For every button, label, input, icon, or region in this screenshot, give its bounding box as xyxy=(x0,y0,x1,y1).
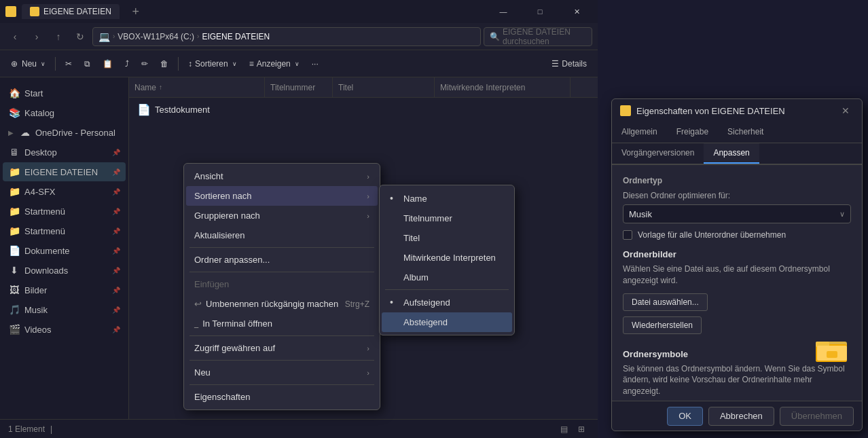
sidebar-item-eigene[interactable]: 📁 EIGENE DATEIEN xyxy=(3,162,126,181)
explorer-tab[interactable]: EIGENE DATEIEN xyxy=(22,4,120,19)
back-button[interactable]: ‹ xyxy=(5,27,24,46)
drive-icon: 💻 xyxy=(98,31,110,42)
sidebar-item-startmenu2[interactable]: 📁 Startmenü xyxy=(3,221,126,240)
sidebar-item-katalog[interactable]: 📚 Katalog xyxy=(3,103,126,122)
ctx-item-neu[interactable]: Neu › xyxy=(186,363,378,382)
more-button[interactable]: ··· xyxy=(306,54,324,74)
sidebar-item-desktop[interactable]: 🖥 Desktop xyxy=(3,143,126,162)
col-track-label: Titelnummer xyxy=(270,83,315,92)
maximize-button[interactable]: □ xyxy=(524,0,556,23)
sort-button[interactable]: ↕ Sortieren ∨ xyxy=(183,54,242,74)
close-button[interactable]: ✕ xyxy=(561,0,592,23)
rename-button[interactable]: ✏ xyxy=(136,54,153,74)
sidebar-label-bilder: Bilder xyxy=(24,285,47,295)
sub-label-titelnummer: Titelnummer xyxy=(403,213,452,223)
ctx-item-zugriff[interactable]: Zugriff gewähren auf › xyxy=(186,338,378,358)
dialog-title-text: Eigenschaften von EIGENE DATEIEN xyxy=(636,106,832,116)
vorlage-checkbox[interactable] xyxy=(623,230,632,240)
command-bar: ⊕ Neu ∨ ✂ ⧉ 📋 ⤴ ✏ 🗑 ↕ Sortieren ∨ ≡ xyxy=(0,50,598,77)
sub-label-titel: Titel xyxy=(403,233,420,243)
sidebar-item-start[interactable]: 🏠 Start xyxy=(3,84,126,103)
sidebar-item-startmenu1[interactable]: 📁 Startmenü xyxy=(3,202,126,221)
dialog-tab-vorgaenger[interactable]: Vorgängerversionen xyxy=(612,143,704,164)
sidebar-item-downloads[interactable]: ⬇ Downloads xyxy=(3,261,126,280)
sub-label-absteigend: Absteigend xyxy=(403,317,448,327)
sub-item-titel[interactable]: Titel xyxy=(382,228,512,248)
sidebar-item-dokumente[interactable]: 📄 Dokumente xyxy=(3,241,126,260)
wiederherstellen-button[interactable]: Wiederherstellen xyxy=(623,316,702,334)
ctx-sep-2 xyxy=(189,272,374,272)
ok-button[interactable]: OK xyxy=(667,407,703,426)
status-bar: 1 Element | ▤ ⊞ xyxy=(0,419,598,438)
dialog-tab-allgemein[interactable]: Allgemein xyxy=(612,122,667,143)
up-button[interactable]: ↑ xyxy=(49,27,68,46)
sub-item-aufsteigend[interactable]: • Aufsteigend xyxy=(382,292,512,312)
datei-auswahlen-button[interactable]: Datei auswählen... xyxy=(623,293,708,311)
folder-icon-preview xyxy=(816,336,848,363)
context-menu: Ansicht › Sortieren nach › Gruppieren na… xyxy=(183,163,380,410)
sidebar-label-katalog: Katalog xyxy=(24,108,54,118)
column-header-name[interactable]: Name ↑ xyxy=(129,77,265,97)
ctx-label-sortieren: Sortieren nach xyxy=(194,191,252,201)
delete-icon: 🗑 xyxy=(160,59,168,69)
sidebar-label-start: Start xyxy=(24,88,43,98)
ordnerbilder-label: Ordnerbilder xyxy=(623,249,851,259)
paste-button[interactable]: 📋 xyxy=(97,54,118,74)
delete-button[interactable]: 🗑 xyxy=(155,54,174,74)
ctx-item-terminal[interactable]: _ In Terminal öffnen xyxy=(186,314,378,333)
details-button[interactable]: ☰ Details xyxy=(546,54,592,74)
sidebar-item-musik[interactable]: 🎵 Musik xyxy=(3,300,126,319)
abbrechen-button[interactable]: Abbrechen xyxy=(708,407,774,426)
sidebar-item-bilder[interactable]: 🖼 Bilder xyxy=(3,280,126,299)
column-header-artist[interactable]: Mitwirkende Interpreten xyxy=(435,77,571,97)
sub-item-absteigend[interactable]: Absteigend xyxy=(382,312,512,332)
ctx-item-ordner[interactable]: Ordner anpassen... xyxy=(186,250,378,270)
dialog-tab-freigabe[interactable]: Freigabe xyxy=(667,122,718,143)
search-icon: 🔍 xyxy=(490,32,500,41)
sidebar-item-onedrive[interactable]: ▶ ☁ OneDrive - Personal xyxy=(3,123,126,142)
address-bar[interactable]: 💻 › VBOX-W11Px64 (C:) › EIGENE DATEIEN xyxy=(92,27,481,46)
ctx-item-ansicht[interactable]: Ansicht › xyxy=(186,166,378,186)
sub-item-album[interactable]: Album xyxy=(382,268,512,287)
ordner-dropdown[interactable]: Musik ∨ xyxy=(623,204,851,223)
sub-item-artist[interactable]: Mitwirkende Interpreten xyxy=(382,248,512,268)
list-view-button[interactable]: ▤ xyxy=(556,422,572,436)
sub-item-name[interactable]: • Name xyxy=(382,188,512,208)
search-bar[interactable]: 🔍 EIGENE DATEIEN durchsuchen xyxy=(484,27,592,46)
folder-preview-svg xyxy=(816,336,848,363)
view-button[interactable]: ≡ Anzeigen ∨ xyxy=(244,54,305,74)
minimize-button[interactable]: — xyxy=(488,0,519,23)
cut-button[interactable]: ✂ xyxy=(60,54,77,74)
column-header-title[interactable]: Titel xyxy=(333,77,435,97)
column-header-track[interactable]: Titelnummer xyxy=(265,77,333,97)
ctx-item-gruppieren[interactable]: Gruppieren nach › xyxy=(186,206,378,225)
col-title-label: Titel xyxy=(338,83,353,92)
dialog-footer: OK Abbrechen Übernehmen xyxy=(612,401,862,431)
sidebar-item-videos[interactable]: 🎬 Videos xyxy=(3,320,126,339)
sidebar-label-startmenu2: Startmenü xyxy=(24,226,65,236)
ctx-item-umbenennen[interactable]: ↩ Umbenennen rückgängig machen Strg+Z xyxy=(186,294,378,314)
dialog-tab-anpassen[interactable]: Anpassen xyxy=(704,143,759,164)
ctx-item-aktualisieren[interactable]: Aktualisieren xyxy=(186,225,378,245)
ctx-item-eigenschaften[interactable]: Eigenschaften xyxy=(186,387,378,407)
new-tab-button[interactable]: + xyxy=(126,2,145,21)
dialog-tab-sicherheit[interactable]: Sicherheit xyxy=(718,122,773,143)
sub-item-titelnummer[interactable]: Titelnummer xyxy=(382,208,512,228)
sidebar-item-a4sfx[interactable]: 📁 A4-SFX xyxy=(3,182,126,201)
share-button[interactable]: ⤴ xyxy=(120,54,134,74)
dialog-close-button[interactable]: ✕ xyxy=(837,103,854,119)
ctx-item-sortieren[interactable]: Sortieren nach › xyxy=(186,186,378,206)
ctx-item-einfuegen[interactable]: Einfügen xyxy=(186,274,378,294)
file-item-testdokument[interactable]: 📄 Testdokument xyxy=(132,101,595,119)
grid-view-button[interactable]: ⊞ xyxy=(573,422,590,436)
forward-button[interactable]: › xyxy=(27,27,46,46)
ctx-arrow-sortieren: › xyxy=(367,192,369,200)
refresh-button[interactable]: ↻ xyxy=(71,27,90,46)
uebernehmen-button[interactable]: Übernehmen xyxy=(780,407,854,426)
copy-button[interactable]: ⧉ xyxy=(79,54,96,74)
dropdown-value: Musik xyxy=(629,209,652,219)
onedrive-arrow-icon: ▶ xyxy=(8,129,14,136)
refresh-icon: ↻ xyxy=(76,31,84,42)
new-button[interactable]: ⊕ Neu ∨ xyxy=(5,54,51,74)
title-bar-folder-icon xyxy=(5,6,16,17)
